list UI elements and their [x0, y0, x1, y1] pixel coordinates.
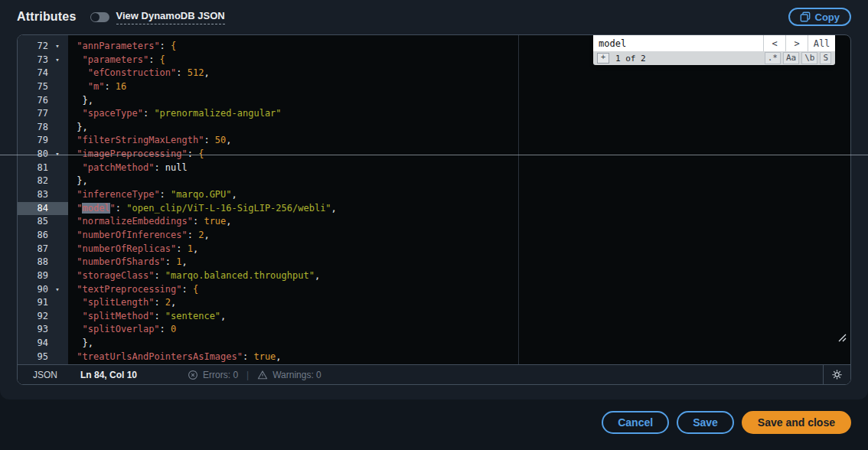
cursor-position-label: Ln 84, Col 10 [80, 370, 137, 380]
code-text: "efConstruction": 512, [68, 67, 210, 80]
code-line-79[interactable]: 79 "filterStringMaxLength": 50, [18, 134, 850, 148]
gutter-line-number[interactable]: 73▾ [18, 54, 68, 67]
code-text: "splitMethod": "sentence", [68, 310, 226, 324]
gutter-line-number[interactable]: 81 [18, 161, 68, 175]
editor-settings-button[interactable] [823, 365, 850, 384]
gutter-line-number[interactable]: 85 [18, 215, 68, 229]
gutter-line-number[interactable]: 76 [18, 94, 68, 108]
save-button[interactable]: Save [677, 411, 734, 434]
code-line-74[interactable]: 74 "efConstruction": 512, [18, 67, 850, 80]
search-next-button[interactable]: > [785, 35, 808, 51]
code-line-84[interactable]: 84 "model": "open_clip/ViT-L-16-SigLIP-2… [18, 202, 850, 216]
code-line-90[interactable]: 90▾ "textPreprocessing": { [18, 283, 850, 297]
code-area[interactable]: 72▾ "annParameters": {73▾ "parameters": … [18, 35, 850, 369]
code-line-81[interactable]: 81 "patchMethod": null [18, 161, 850, 175]
gutter-line-number[interactable]: 87 [18, 243, 68, 256]
status-divider: | [246, 370, 249, 380]
code-line-95[interactable]: 95 "treatUrlsAndPointersAsImages": true, [18, 351, 850, 364]
save-and-close-button[interactable]: Save and close [742, 411, 851, 434]
code-text: "parameters": { [68, 54, 165, 67]
code-text: "numberOfShards": 1, [68, 256, 188, 269]
toggle-knob [91, 13, 100, 21]
json-code-editor[interactable]: 72▾ "annParameters": {73▾ "parameters": … [17, 34, 851, 385]
warnings-status: Warnings: 0 [257, 370, 321, 380]
gutter-line-number[interactable]: 77 [18, 107, 68, 121]
code-line-92[interactable]: 92 "splitMethod": "sentence", [18, 310, 850, 324]
gutter-line-number[interactable]: 75 [18, 80, 68, 94]
search-case-toggle[interactable]: Aa [783, 52, 799, 64]
code-text: "treatUrlsAndPointersAsImages": true, [68, 351, 282, 364]
search-regex-toggle[interactable]: .* [765, 52, 781, 64]
cancel-button[interactable]: Cancel [602, 411, 669, 434]
search-all-button[interactable]: All [808, 35, 835, 51]
code-text: "spaceType": "prenormalized-angular" [68, 107, 282, 121]
gutter-line-number[interactable]: 94 [18, 337, 68, 351]
code-text: }, [68, 94, 93, 108]
language-mode-label: JSON [33, 370, 57, 380]
code-line-78[interactable]: 78 }, [18, 121, 850, 135]
toggle-switch[interactable] [90, 12, 109, 22]
toggle-label[interactable]: View DynamoDB JSON [116, 10, 225, 24]
gutter-line-number[interactable]: 84 [18, 202, 68, 216]
chevron-right-icon: > [794, 38, 799, 49]
code-text: "imagePreprocessing": { [68, 148, 204, 161]
view-dynamodb-json-toggle[interactable]: View DynamoDB JSON [90, 10, 225, 24]
fold-arrow-icon[interactable]: ▾ [48, 148, 67, 161]
code-text: "numberOfInferences": 2, [68, 229, 210, 243]
search-match-highlight: model [82, 203, 109, 214]
errors-status: Errors: 0 [188, 370, 238, 380]
code-text: }, [68, 337, 93, 351]
code-line-80[interactable]: 80▾ "imagePreprocessing": { [18, 148, 850, 161]
editor-status-bar: JSON Ln 84, Col 10 Errors: 0 | [18, 364, 850, 384]
fold-arrow-icon[interactable]: ▾ [48, 283, 67, 297]
gutter-line-number[interactable]: 95 [18, 351, 68, 364]
search-in-selection-toggle[interactable]: S [820, 52, 831, 64]
gutter-line-number[interactable]: 93 [18, 323, 68, 337]
copy-button[interactable]: Copy [788, 8, 852, 26]
code-line-76[interactable]: 76 }, [18, 94, 850, 108]
code-line-82[interactable]: 82 }, [18, 174, 850, 188]
gutter-line-number[interactable]: 79 [18, 134, 68, 148]
gutter-line-number[interactable]: 89 [18, 269, 68, 283]
attributes-panel: Attributes View DynamoDB JSON Copy 72▾ "… [0, 0, 868, 399]
code-line-85[interactable]: 85 "normalizeEmbeddings": true, [18, 215, 850, 229]
gear-icon [831, 369, 843, 380]
code-line-93[interactable]: 93 "splitOverlap": 0 [18, 323, 850, 337]
code-line-87[interactable]: 87 "numberOfReplicas": 1, [18, 243, 850, 256]
code-line-88[interactable]: 88 "numberOfShards": 1, [18, 256, 850, 269]
fold-arrow-icon[interactable]: ▾ [48, 40, 67, 54]
code-line-94[interactable]: 94 }, [18, 337, 850, 351]
resize-handle-icon[interactable] [837, 331, 847, 345]
search-input[interactable] [593, 35, 763, 51]
gutter-line-number[interactable]: 91 [18, 296, 68, 310]
code-text: "storageClass": "marqo.balanced.throughp… [68, 269, 320, 283]
search-prev-button[interactable]: < [763, 35, 785, 51]
fold-arrow-icon[interactable]: ▾ [48, 54, 67, 67]
search-expand-replace-button[interactable]: + [597, 53, 609, 64]
search-whole-word-toggle[interactable]: \b [801, 52, 817, 64]
code-line-75[interactable]: 75 "m": 16 [18, 80, 850, 94]
search-row: < > All [593, 35, 835, 51]
code-line-83[interactable]: 83 "inferenceType": "marqo.GPU", [18, 188, 850, 202]
gutter-line-number[interactable]: 88 [18, 256, 68, 269]
gutter-line-number[interactable]: 83 [18, 188, 68, 202]
code-line-77[interactable]: 77 "spaceType": "prenormalized-angular" [18, 107, 850, 121]
copy-icon [800, 11, 811, 22]
errors-label: Errors: 0 [203, 370, 238, 380]
gutter-line-number[interactable]: 86 [18, 229, 68, 243]
gutter-line-number[interactable]: 80▾ [18, 148, 68, 161]
gutter-line-number[interactable]: 74 [18, 67, 68, 80]
search-match-count: 1 of 2 [615, 54, 646, 64]
gutter-line-number[interactable]: 90▾ [18, 283, 68, 297]
gutter-line-number[interactable]: 82 [18, 174, 68, 188]
panel-header: Attributes View DynamoDB JSON Copy [17, 5, 851, 28]
code-line-91[interactable]: 91 "splitLength": 2, [18, 296, 850, 310]
code-text: }, [68, 121, 88, 135]
gutter-line-number[interactable]: 92 [18, 310, 68, 324]
copy-button-label: Copy [815, 11, 840, 23]
errors-icon [188, 370, 198, 380]
gutter-line-number[interactable]: 72▾ [18, 40, 68, 54]
code-line-89[interactable]: 89 "storageClass": "marqo.balanced.throu… [18, 269, 850, 283]
gutter-line-number[interactable]: 78 [18, 121, 68, 135]
code-line-86[interactable]: 86 "numberOfInferences": 2, [18, 229, 850, 243]
